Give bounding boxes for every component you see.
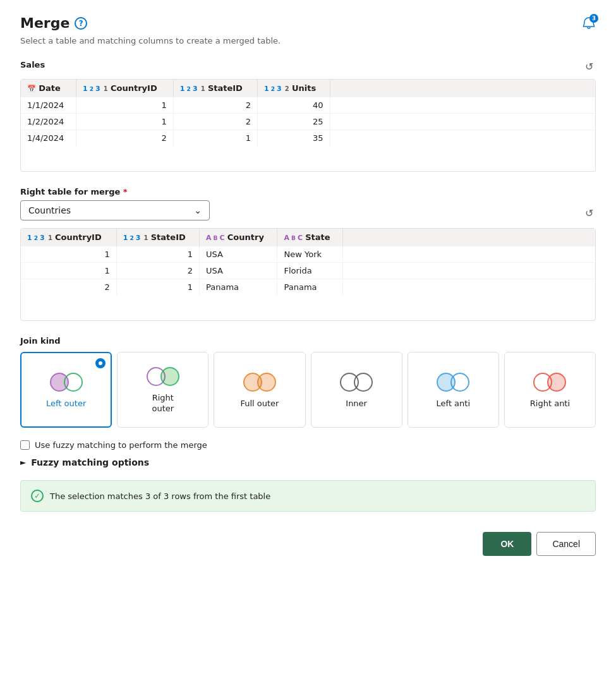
join-option-right-outer[interactable]: Rightouter bbox=[117, 352, 208, 428]
fuzzy-matching-row: Use fuzzy matching to perform the merge bbox=[20, 440, 596, 450]
table-row: 12USAFlorida bbox=[21, 263, 595, 279]
chevron-down-icon: ⌄ bbox=[194, 205, 202, 215]
sales-table: 📅 Date 123 1 CountryID 123 1 StateID 123… bbox=[20, 79, 596, 172]
venn-full-outer bbox=[241, 371, 279, 394]
table-row: 11USANew York bbox=[21, 246, 595, 263]
sales-col-countryid: 123 1 CountryID bbox=[76, 80, 173, 97]
venn-right-anti bbox=[531, 371, 569, 394]
match-message: ✓ The selection matches 3 of 3 rows from… bbox=[20, 480, 596, 512]
join-label-inner: Inner bbox=[346, 399, 367, 409]
join-option-inner[interactable]: Inner bbox=[311, 352, 402, 428]
table-row: 1/2/20241225 bbox=[21, 114, 595, 130]
help-icon[interactable]: ? bbox=[75, 17, 87, 30]
venn-inner bbox=[337, 371, 375, 394]
fuzzy-options-expander[interactable]: ► Fuzzy matching options bbox=[20, 457, 596, 467]
venn-right-outer bbox=[144, 365, 182, 388]
join-label-right-anti: Right anti bbox=[530, 399, 570, 409]
sales-col-empty bbox=[330, 80, 595, 97]
join-option-left-anti[interactable]: Left anti bbox=[408, 352, 499, 428]
sales-refresh-button[interactable]: ↺ bbox=[583, 58, 596, 75]
sales-col-date: 📅 Date bbox=[21, 80, 76, 97]
selected-indicator bbox=[95, 358, 106, 368]
fuzzy-matching-checkbox[interactable] bbox=[20, 440, 30, 450]
check-icon: ✓ bbox=[31, 490, 44, 502]
join-label-full-outer: Full outer bbox=[240, 399, 279, 409]
join-kind-label: Join kind bbox=[20, 336, 596, 346]
table-row: 21PanamaPanama bbox=[21, 279, 595, 296]
sales-col-stateid: 123 1 StateID bbox=[173, 80, 257, 97]
countries-table: 123 1 CountryID 123 1 StateID ABC Countr… bbox=[20, 228, 596, 321]
join-option-full-outer[interactable]: Full outer bbox=[214, 352, 305, 428]
fuzzy-options-label: Fuzzy matching options bbox=[31, 457, 149, 467]
sales-col-units: 123 2 Units bbox=[257, 80, 330, 97]
subtitle: Select a table and matching columns to c… bbox=[20, 36, 596, 45]
page-title: Merge bbox=[20, 15, 69, 31]
join-label-left-anti: Left anti bbox=[437, 399, 471, 409]
join-options: Left outer Rightouter Full outer Inner L… bbox=[20, 352, 596, 428]
countries-col-countryid: 123 1 CountryID bbox=[21, 229, 116, 246]
countries-col-empty bbox=[342, 229, 595, 246]
table-row: 1/1/20241240 bbox=[21, 97, 595, 114]
sales-table-label: Sales bbox=[20, 60, 45, 69]
table-row: 1/4/20242135 bbox=[21, 130, 595, 147]
venn-left-anti bbox=[434, 371, 472, 394]
ok-button[interactable]: OK bbox=[483, 532, 531, 556]
countries-col-state: ABC State bbox=[277, 229, 342, 246]
right-table-dropdown[interactable]: Countries ⌄ bbox=[20, 200, 210, 220]
countries-refresh-button[interactable]: ↺ bbox=[583, 205, 596, 222]
fuzzy-matching-label[interactable]: Use fuzzy matching to perform the merge bbox=[35, 440, 207, 450]
join-option-left-outer[interactable]: Left outer bbox=[20, 352, 112, 428]
chevron-right-icon: ► bbox=[20, 458, 26, 467]
join-label-left-outer: Left outer bbox=[46, 399, 86, 409]
right-table-label: Right table for merge * bbox=[20, 187, 210, 196]
join-label-right-outer: Rightouter bbox=[152, 393, 174, 414]
join-option-right-anti[interactable]: Right anti bbox=[504, 352, 596, 428]
countries-col-country: ABC Country bbox=[200, 229, 277, 246]
cancel-button[interactable]: Cancel bbox=[536, 532, 596, 556]
footer: OK Cancel bbox=[20, 532, 596, 556]
countries-col-stateid: 123 1 StateID bbox=[116, 229, 199, 246]
notification-badge: 3 bbox=[589, 14, 598, 23]
match-message-text: The selection matches 3 of 3 rows from t… bbox=[50, 491, 270, 501]
notifications-icon[interactable]: 3 bbox=[582, 16, 596, 30]
venn-left-outer bbox=[47, 371, 85, 394]
